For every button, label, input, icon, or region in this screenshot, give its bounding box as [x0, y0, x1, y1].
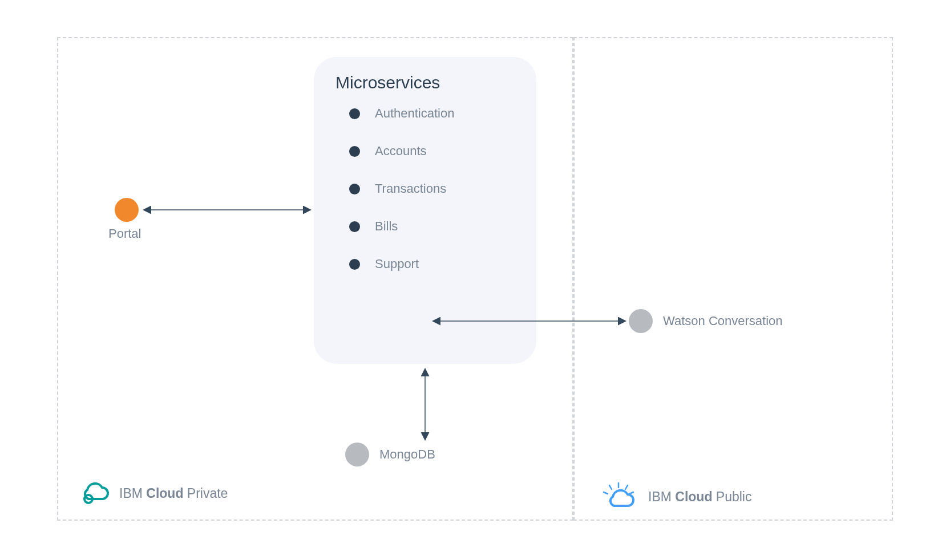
cloud-public-icon: [599, 482, 638, 512]
svg-line-2: [609, 485, 612, 489]
zone-private-label: IBM Cloud Private: [77, 482, 228, 505]
microservice-label: Transactions: [375, 181, 446, 196]
brand-prefix: IBM: [648, 489, 672, 504]
svg-line-4: [604, 492, 608, 494]
portal-label: Portal: [108, 226, 141, 241]
dot-icon: [349, 221, 360, 232]
microservices-title: Microservices: [335, 73, 536, 92]
brand-bold: Cloud: [675, 489, 712, 504]
zone-public: [573, 37, 893, 521]
microservice-label: Support: [375, 257, 419, 271]
microservice-label: Accounts: [375, 144, 427, 159]
microservice-label: Bills: [375, 219, 398, 234]
cloud-private-icon: [77, 482, 109, 505]
svg-line-3: [625, 485, 628, 489]
dot-icon: [349, 184, 360, 194]
microservice-transactions: Transactions: [349, 181, 536, 196]
microservice-bills: Bills: [349, 219, 536, 234]
microservice-label: Authentication: [375, 106, 454, 121]
node-portal: [115, 198, 139, 222]
brand-suffix: Private: [187, 486, 228, 501]
brand-suffix: Public: [716, 489, 752, 504]
node-mongodb: MongoDB: [345, 443, 435, 466]
mongodb-label: MongoDB: [379, 447, 435, 462]
microservice-support: Support: [349, 257, 536, 271]
svg-line-5: [629, 492, 633, 494]
microservices-panel: Microservices Authentication Accounts Tr…: [314, 57, 536, 364]
watson-label: Watson Conversation: [663, 314, 783, 328]
dot-icon: [349, 108, 360, 119]
node-watson: Watson Conversation: [629, 309, 783, 333]
dot-icon: [349, 259, 360, 270]
brand-prefix: IBM: [119, 486, 143, 501]
diagram-canvas: Microservices Authentication Accounts Tr…: [0, 0, 950, 560]
zone-public-label: IBM Cloud Public: [599, 482, 751, 512]
brand-bold: Cloud: [146, 486, 183, 501]
microservice-accounts: Accounts: [349, 144, 536, 159]
microservice-authentication: Authentication: [349, 106, 536, 121]
dot-icon: [349, 146, 360, 157]
portal-icon: [115, 198, 139, 222]
database-icon: [345, 443, 369, 466]
service-icon: [629, 309, 653, 333]
